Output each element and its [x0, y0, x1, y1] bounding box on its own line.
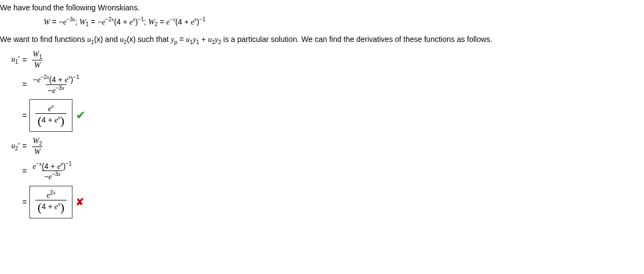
- wronskian-display: W = −e−3x; W1 = −e−2x(4 + ex)−1; W2 = e−…: [44, 16, 644, 27]
- u2-derivation: u2′ = W2 W = e−x(4 + ex)−1 −e−3x = e2x (…: [0, 136, 644, 218]
- sentence-2: We want to find functions u1(x) and u2(x…: [0, 35, 644, 45]
- u1-derivation: u1′ = W1 W = −e−2x(4 + ex)−1 −e−3x = ex …: [0, 50, 644, 132]
- check-icon: ✔: [76, 108, 86, 123]
- cross-icon: ✘: [76, 196, 84, 208]
- u2-answer-box[interactable]: e2x (4 + ex): [29, 186, 72, 218]
- u1-answer-box[interactable]: ex (4 + ex): [29, 99, 72, 132]
- intro-text: We have found the following Wronskians.: [0, 3, 644, 12]
